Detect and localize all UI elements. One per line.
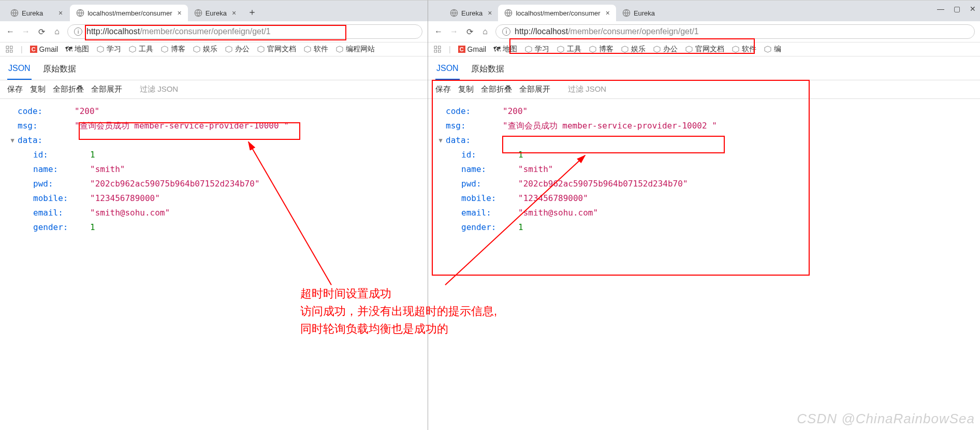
tab-eureka-1[interactable]: Eureka [4,5,49,21]
filter-input[interactable]: 过滤 JSON [568,84,606,94]
url-host: http://localhost [86,27,140,36]
key-gender: gender: [33,220,90,235]
bm-blog[interactable]: 博客 [589,45,613,54]
btn-copy[interactable]: 复制 [458,84,474,94]
btn-expand[interactable]: 全部展开 [91,84,122,94]
filter-input[interactable]: 过滤 JSON [140,84,178,94]
key-gender: gender: [461,220,518,235]
key-name: name: [461,162,518,177]
bm-code[interactable]: 编 [764,45,781,54]
reload-button[interactable]: ⟳ [464,26,475,37]
bm-map[interactable]: 🗺地图 [493,45,517,54]
url-path: /member/consumer/openfeign/get/1 [568,27,699,36]
bm-study[interactable]: 学习 [524,45,549,54]
key-msg: msg: [446,119,503,133]
forward-button[interactable]: → [449,26,459,37]
key-email: email: [461,206,518,220]
svg-rect-12 [434,50,437,52]
key-pwd: pwd: [33,177,90,191]
close-icon[interactable]: × [606,9,610,17]
bm-doc[interactable]: 官网文档 [685,45,724,54]
home-button[interactable]: ⌂ [52,26,62,37]
globe-icon [622,9,631,17]
val-gender: 1 [90,220,95,235]
url-host: http://localhost [515,27,568,36]
apps-icon[interactable] [433,45,442,53]
val-email: "smith@sohu.com" [518,206,598,220]
bm-office[interactable]: 办公 [653,45,678,54]
json-tab-raw[interactable]: 原始数据 [470,61,505,80]
bm-tool[interactable]: 工具 [128,45,153,54]
tab-eureka-1-hidden[interactable]: × [49,5,70,21]
tab-label: Eureka [22,9,43,17]
val-id: 1 [90,148,95,162]
info-icon[interactable]: i [74,27,82,36]
close-icon[interactable]: × [58,9,63,17]
apps-icon[interactable] [5,45,13,53]
globe-icon [10,9,19,17]
bm-soft[interactable]: 软件 [732,45,756,54]
bm-ent[interactable]: 娱乐 [193,45,217,54]
val-mobile: "123456789000" [518,191,588,206]
bm-map[interactable]: 🗺地图 [65,45,89,54]
annotation-line3: 同时轮询负载均衡也是成功的 [300,320,497,338]
back-button[interactable]: ← [5,26,16,37]
annotation-line2: 访问成功，并没有出现超时的提示信息, [300,303,497,320]
json-tab-json[interactable]: JSON [435,61,460,80]
url-bar[interactable]: i http://localhost/member/consumer/openf… [495,24,975,39]
tab-label: Eureka [461,9,482,17]
tabstrip: Eureka × localhost/member/consumer × Eur… [428,1,980,21]
bm-blog[interactable]: 博客 [160,45,185,54]
btn-expand[interactable]: 全部展开 [519,84,550,94]
minimize-icon[interactable]: — [937,5,944,13]
toggle-icon[interactable]: ▼ [435,133,446,148]
maximize-icon[interactable]: ▢ [954,5,960,13]
tab-eureka-2[interactable]: Eureka [616,5,661,21]
tab-localhost[interactable]: localhost/member/consumer × [70,5,187,21]
back-button[interactable]: ← [433,26,444,37]
bm-tool[interactable]: 工具 [557,45,581,54]
globe-icon [76,9,84,17]
btn-save[interactable]: 保存 [7,84,23,94]
json-tab-raw[interactable]: 原始数据 [42,61,77,80]
bm-gmail[interactable]: CGmail [30,45,58,53]
close-icon[interactable]: × [178,9,182,17]
key-mobile: mobile: [33,191,90,206]
btn-copy[interactable]: 复制 [30,84,46,94]
key-msg: msg: [18,119,75,133]
tab-label: localhost/member/consumer [87,9,172,17]
bm-doc[interactable]: 官网文档 [257,45,296,54]
info-icon[interactable]: i [502,27,510,36]
bm-gmail[interactable]: CGmail [458,45,487,53]
btn-collapse[interactable]: 全部折叠 [53,84,84,94]
json-tab-json[interactable]: JSON [7,61,32,80]
key-pwd: pwd: [461,177,518,191]
new-tab-button[interactable]: ＋ [242,3,262,21]
forward-button[interactable]: → [21,26,31,37]
close-icon[interactable]: × [488,9,492,17]
home-button[interactable]: ⌂ [480,26,490,37]
close-icon[interactable]: ✕ [970,5,976,13]
bm-soft[interactable]: 软件 [303,45,328,54]
bm-ent[interactable]: 娱乐 [621,45,646,54]
reload-button[interactable]: ⟳ [36,26,47,37]
btn-save[interactable]: 保存 [435,84,451,94]
key-data: data: [18,133,75,148]
btn-collapse[interactable]: 全部折叠 [481,84,512,94]
annotation-line1: 超时时间设置成功 [300,285,497,303]
svg-rect-4 [10,46,12,49]
bm-study[interactable]: 学习 [96,45,121,54]
tab-eureka-2[interactable]: Eureka × [188,5,242,21]
tabstrip: Eureka × localhost/member/consumer × Eur… [0,1,428,21]
url-bar[interactable]: i http://localhost/member/consumer/openf… [67,24,422,39]
separator: | [21,45,23,53]
tab-localhost[interactable]: localhost/member/consumer × [498,5,616,21]
json-view-tabs: JSON 原始数据 [428,56,980,80]
bm-office[interactable]: 办公 [225,45,250,54]
close-icon[interactable]: × [232,9,236,17]
toggle-icon[interactable]: ▼ [7,133,18,148]
json-body: code:"200" msg:"查询会员成功 member-service-pr… [0,99,428,240]
tab-eureka-1[interactable]: Eureka × [444,5,498,21]
svg-rect-5 [6,50,9,52]
bm-code[interactable]: 编程网站 [335,45,375,54]
